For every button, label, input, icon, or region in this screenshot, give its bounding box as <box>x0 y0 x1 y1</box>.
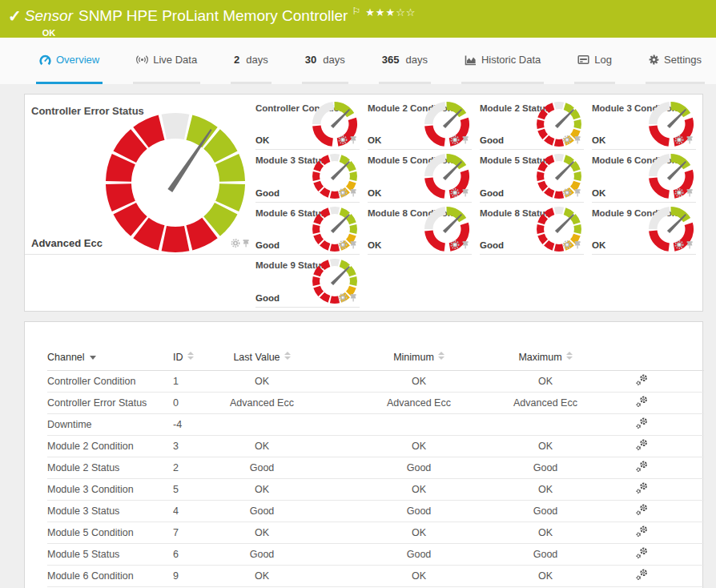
flag-icon[interactable]: ⚐ <box>352 6 360 16</box>
gauge-corner-icons[interactable] <box>674 239 696 253</box>
empty-cell <box>480 255 584 307</box>
tab-log[interactable]: Log <box>574 38 615 84</box>
gauge-tile-controller-error-status[interactable]: Controller Error Status Advanced Ecc <box>25 98 255 255</box>
edit-channel-button[interactable] <box>635 395 649 408</box>
gauge-value: Good <box>255 293 280 303</box>
gauge-icon <box>39 54 51 66</box>
edit-channel-button[interactable] <box>635 546 649 559</box>
channel-name-cell[interactable]: Module 5 Status <box>47 543 173 565</box>
value-cell: OK <box>511 478 580 500</box>
gauge-settings-gear-icon <box>675 241 682 248</box>
gauge-value: Good <box>480 135 504 145</box>
tab-2-days[interactable]: 2days <box>231 38 272 84</box>
edit-channel-button[interactable] <box>635 568 649 581</box>
gauge-corner-icons[interactable] <box>449 134 472 148</box>
edit-channel-button[interactable] <box>635 460 649 473</box>
channel-name-cell[interactable]: Module 2 Condition <box>47 435 173 457</box>
table-row: Module 2 Status2GoodGoodGood <box>47 457 704 478</box>
gauge-tile-module-3-condition[interactable]: Module 3 ConditionOK <box>592 98 696 150</box>
gauge-corner-icons[interactable] <box>337 292 360 306</box>
gauge-corner-icons[interactable] <box>674 134 696 148</box>
column-header-maximum[interactable]: Maximum <box>511 345 580 370</box>
gauge-settings-gear-icon <box>339 189 346 196</box>
edit-channel-button[interactable] <box>635 481 649 494</box>
gauge-tile-module-9-status[interactable]: Module 9 StatusGood <box>255 255 360 307</box>
channel-name-cell[interactable]: Controller Condition <box>47 370 173 392</box>
tab-settings[interactable]: Settings <box>646 38 705 84</box>
value-cell: Good <box>511 543 580 565</box>
gauge-tile-module-8-condition[interactable]: Module 8 ConditionOK <box>368 203 472 255</box>
gauge-tile-controller-condition[interactable]: Controller ConditionOK <box>255 98 360 150</box>
channel-name-cell[interactable]: Module 3 Status <box>47 500 173 522</box>
status-check-icon: ✓ <box>8 7 22 25</box>
tab-live-data[interactable]: Live Data <box>133 38 200 84</box>
gauge-tile-module-3-status[interactable]: Module 3 StatusGood <box>255 150 360 202</box>
channel-name-cell[interactable]: Module 5 Condition <box>47 522 173 543</box>
gauge-value: Advanced Ecc <box>31 237 103 249</box>
value-cell: OK <box>327 478 511 500</box>
gauge-corner-icons[interactable] <box>230 237 252 252</box>
value-cell <box>197 413 327 435</box>
gauge-tile-module-8-status[interactable]: Module 8 StatusGood <box>480 203 584 255</box>
gauge-settings-gear-icon <box>675 136 682 143</box>
value-cell: OK <box>511 565 580 586</box>
edit-channel-button[interactable] <box>635 417 649 429</box>
channel-name-cell[interactable]: Module 6 Condition <box>47 565 173 586</box>
tab-365-days[interactable]: 365days <box>379 38 431 84</box>
gauge-corner-icons[interactable] <box>561 187 584 201</box>
gauge-tile-module-2-condition[interactable]: Module 2 ConditionOK <box>368 98 472 150</box>
gauge-tile-module-6-condition[interactable]: Module 6 ConditionOK <box>592 150 696 202</box>
gauge-settings-gear-icon <box>563 189 570 196</box>
channel-name-cell[interactable]: Controller Error Status <box>47 392 173 413</box>
gauge-corner-icons[interactable] <box>337 239 360 253</box>
column-header-channel[interactable]: Channel <box>47 345 173 370</box>
edit-channel-button[interactable] <box>635 438 649 451</box>
value-cell: 2 <box>173 457 197 478</box>
gauge-tile-module-5-condition[interactable]: Module 5 ConditionOK <box>368 150 472 202</box>
edit-channel-button[interactable] <box>635 373 649 386</box>
pin-icon <box>351 189 356 196</box>
edit-channel-button[interactable] <box>635 525 649 538</box>
channel-name-cell[interactable]: Module 3 Condition <box>47 478 173 500</box>
channel-table: ChannelIDLast ValueMinimumMaximum Contro… <box>47 345 704 587</box>
gauge-corner-icons[interactable] <box>561 239 584 253</box>
column-header-id[interactable]: ID <box>173 345 197 370</box>
pin-icon <box>243 240 249 247</box>
gauge-settings-gear-icon <box>451 189 458 196</box>
edit-channel-button[interactable] <box>635 503 649 516</box>
gauge-corner-icons[interactable] <box>561 134 584 148</box>
priority-stars[interactable]: ★★★☆☆ <box>365 6 416 19</box>
tab-overview[interactable]: Overview <box>36 38 103 84</box>
value-cell: 1 <box>173 370 197 392</box>
sensor-status-text: OK <box>42 28 416 38</box>
gauge-tile-module-9-condition[interactable]: Module 9 ConditionOK <box>592 203 696 255</box>
column-header-last-value[interactable]: Last Value <box>197 345 327 370</box>
gauge-tile-module-6-status[interactable]: Module 6 StatusGood <box>255 203 360 255</box>
gauge-value: OK <box>255 135 269 145</box>
tab-historic-data[interactable]: Historic Data <box>461 38 544 84</box>
gauge-corner-icons[interactable] <box>449 187 472 201</box>
gauge-corner-icons[interactable] <box>337 187 360 201</box>
column-header-minimum[interactable]: Minimum <box>327 345 511 370</box>
gauge-tile-module-2-status[interactable]: Module 2 StatusGood <box>480 98 584 150</box>
value-cell: -4 <box>173 413 197 435</box>
broadcast-icon <box>136 54 148 65</box>
value-cell: 0 <box>173 392 197 413</box>
gauge-value: Good <box>255 240 280 250</box>
gauge-corner-icons[interactable] <box>449 239 472 253</box>
gauge-corner-icons[interactable] <box>674 187 696 201</box>
table-row: Module 5 Condition7OKOKOK <box>47 522 704 543</box>
tab-bar: OverviewLive Data2days30days365daysHisto… <box>0 38 716 84</box>
channel-name-cell[interactable]: Module 2 Status <box>47 457 173 478</box>
gauge-value: Good <box>255 188 280 198</box>
value-cell: Advanced Ecc <box>197 392 327 413</box>
channel-name-cell[interactable]: Downtime <box>47 413 173 435</box>
gauge-corner-icons[interactable] <box>337 134 360 148</box>
gauge-tile-module-5-status[interactable]: Module 5 StatusGood <box>480 150 584 202</box>
value-cell: OK <box>511 522 580 543</box>
value-cell <box>327 413 511 435</box>
gauge-value: OK <box>368 188 381 198</box>
value-cell: 6 <box>173 543 197 565</box>
tab-30-days[interactable]: 30days <box>302 38 348 84</box>
table-row: Controller Error Status0Advanced EccAdva… <box>47 392 704 413</box>
